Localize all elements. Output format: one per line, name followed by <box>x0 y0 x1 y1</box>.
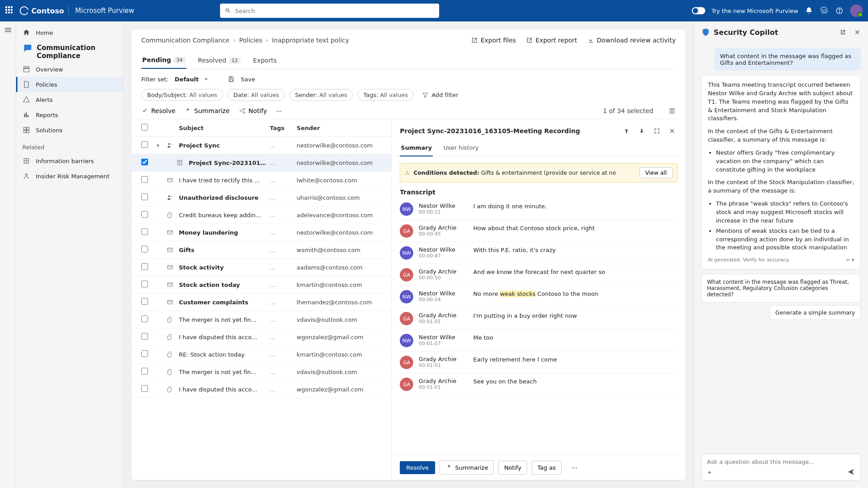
table-row[interactable]: Stock activity...aadams@contoso.com <box>131 259 391 276</box>
detail-resolve-button[interactable]: Resolve <box>400 461 435 474</box>
add-filter-button[interactable]: Add filter <box>422 92 458 99</box>
table-row[interactable]: Credit bureaus keep addin......adelevanc… <box>131 206 391 224</box>
row-checkbox[interactable] <box>141 385 148 392</box>
sidebar-item-insider-risk-management[interactable]: Insider Risk Management <box>16 168 123 184</box>
row-checkbox[interactable] <box>141 333 148 340</box>
breadcrumb-2[interactable]: Inappropriate text policy <box>272 37 349 44</box>
hamburger-icon[interactable] <box>4 26 12 34</box>
close-icon[interactable] <box>854 29 861 36</box>
row-checkbox[interactable] <box>141 141 148 148</box>
tab-resolved[interactable]: Resolved12 <box>197 53 241 69</box>
row-checkbox[interactable] <box>141 176 148 183</box>
export-files-button[interactable]: Export files <box>471 37 516 44</box>
references-icon[interactable]: ∞ ▾ <box>846 257 854 264</box>
col-sender[interactable]: Sender <box>296 125 381 131</box>
sidebar-item-overview[interactable]: Overview <box>16 62 123 77</box>
popout-icon[interactable] <box>839 29 847 36</box>
summarize-action[interactable]: Summarize <box>184 107 229 114</box>
filterset-value[interactable]: Default <box>175 76 199 83</box>
search-box[interactable] <box>220 4 439 18</box>
try-new-toggle[interactable] <box>692 7 705 14</box>
breadcrumb-0[interactable]: Communication Compliance <box>141 37 229 44</box>
sidebar-item-policies[interactable]: Policies <box>16 77 123 92</box>
table-row[interactable]: ▾Project Sync...nestorwilke@contoso.com <box>131 137 391 154</box>
download-review-button[interactable]: Download review activity <box>587 37 676 44</box>
detail-more-button[interactable]: ⋯ <box>566 461 583 474</box>
row-checkbox[interactable] <box>141 368 148 374</box>
row-checkbox[interactable] <box>141 350 148 357</box>
copilot-suggestion-pill[interactable]: Generate a simple summary <box>770 305 861 320</box>
view-all-conditions-button[interactable]: View all <box>639 167 673 178</box>
table-row[interactable]: Unauthorized disclosure...uharris@contos… <box>131 189 391 206</box>
sidebar-item-solutions[interactable]: Solutions <box>16 122 123 138</box>
row-checkbox[interactable] <box>141 211 148 218</box>
expand-button[interactable] <box>652 126 662 136</box>
col-subject[interactable]: Subject <box>179 125 270 131</box>
close-detail-button[interactable] <box>667 126 677 136</box>
col-tags[interactable]: Tags <box>270 125 296 131</box>
copilot-input[interactable] <box>707 459 855 465</box>
export-report-button[interactable]: Export report <box>526 37 577 44</box>
resolve-action[interactable]: Resolve <box>141 107 175 114</box>
detail-summarize-button[interactable]: Summarize <box>440 460 494 475</box>
breadcrumb-1[interactable]: Policies <box>239 37 263 44</box>
table-row[interactable]: Stock action today...kmartin@contoso.com <box>131 276 391 294</box>
table-row[interactable]: I have tried to rectify this ......lwhit… <box>131 172 391 189</box>
speaker-name: Nestor Wilke <box>419 334 468 341</box>
notifications-icon[interactable] <box>804 6 813 15</box>
detail-tab-summary[interactable]: Summary <box>400 142 432 156</box>
expand-caret[interactable]: ▾ <box>157 142 166 149</box>
select-all-checkbox[interactable] <box>141 124 148 130</box>
row-checkbox[interactable] <box>141 159 148 165</box>
save-filterset[interactable]: Save <box>241 76 255 83</box>
help-icon[interactable] <box>835 6 844 15</box>
row-checkbox[interactable] <box>141 228 148 235</box>
send-icon[interactable] <box>847 468 855 476</box>
row-checkbox[interactable] <box>141 281 148 287</box>
settings-icon[interactable] <box>820 6 829 15</box>
user-avatar[interactable] <box>850 4 863 17</box>
table-row[interactable]: Gifts...wsmith@contoso.com <box>131 241 391 259</box>
table-row[interactable]: RE: Stock action today...kmartin@contoso… <box>131 346 391 363</box>
copilot-input-box[interactable]: ✦ <box>701 454 861 481</box>
filter-chip[interactable]: Date: All values <box>228 89 285 101</box>
row-tags: ... <box>270 194 296 201</box>
row-checkbox[interactable] <box>141 194 148 200</box>
app-launcher-icon[interactable] <box>5 6 14 15</box>
chevron-down-icon[interactable] <box>203 76 210 83</box>
mail-icon <box>166 177 179 184</box>
next-item-button[interactable] <box>636 126 647 136</box>
table-row[interactable]: I have disputed this acco......wgonzalez… <box>131 328 391 346</box>
row-checkbox[interactable] <box>141 263 148 270</box>
table-row[interactable]: I have disputed this acco......wgonzalez… <box>131 381 391 398</box>
table-row[interactable]: Money laundering...nestorwilke@contoso.c… <box>131 224 391 241</box>
row-checkbox[interactable] <box>141 246 148 252</box>
detail-notify-button[interactable]: Notify <box>498 461 527 475</box>
sidebar-item-alerts[interactable]: Alerts <box>16 92 123 107</box>
row-checkbox[interactable] <box>141 316 148 322</box>
sparkle-icon[interactable]: ✦ <box>707 469 712 476</box>
filter-chip[interactable]: Sender: All values <box>289 89 353 101</box>
tab-exports[interactable]: Exports <box>252 53 278 69</box>
detail-tab-history[interactable]: User history <box>443 142 479 156</box>
row-checkbox[interactable] <box>141 298 148 305</box>
more-actions[interactable]: ⋯ <box>276 107 282 114</box>
table-row[interactable]: Project Sync-2023101......nestorwilke@co… <box>131 154 391 172</box>
table-row[interactable]: Customer complaints...lhernandez@contoso… <box>131 294 391 311</box>
sidebar-item-reports[interactable]: Reports <box>16 107 123 122</box>
search-input[interactable] <box>235 8 435 14</box>
prev-item-button[interactable] <box>621 126 632 136</box>
row-subject: Money laundering <box>179 229 270 236</box>
columns-icon[interactable] <box>669 107 676 114</box>
filterset-label: Filter set: <box>141 76 169 83</box>
mail-icon <box>166 281 179 288</box>
filter-chip[interactable]: Body/Subject: All values <box>141 89 223 101</box>
table-row[interactable]: The merger is not yet fin......vdavis@ou… <box>131 363 391 381</box>
filter-chip[interactable]: Tags: All values <box>357 89 414 101</box>
tab-pending[interactable]: Pending34 <box>141 53 186 69</box>
sidebar-item-information-barriers[interactable]: Information barriers <box>16 153 123 168</box>
table-row[interactable]: The merger is not yet fin......vdavis@ou… <box>131 311 391 328</box>
detail-tag-button[interactable]: Tag as <box>532 461 562 475</box>
notify-action[interactable]: Notify <box>239 107 267 114</box>
nav-home[interactable]: Home <box>16 25 123 40</box>
